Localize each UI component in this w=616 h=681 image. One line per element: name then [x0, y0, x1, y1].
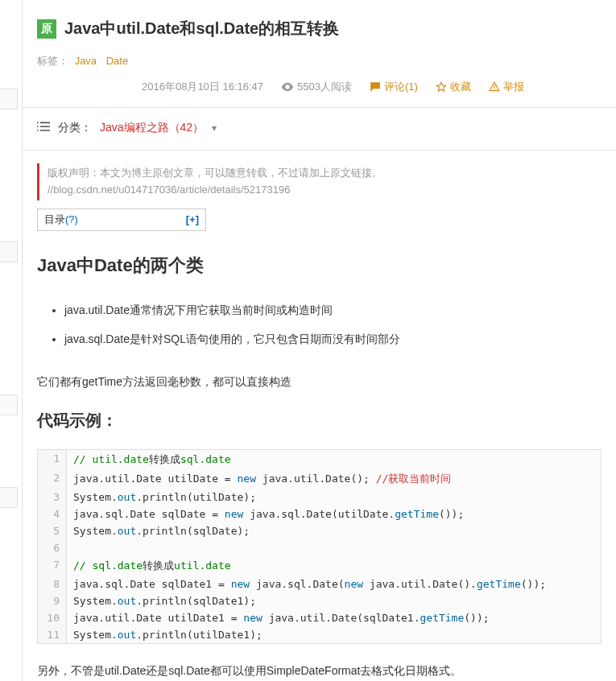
- publish-date: 2016年08月10日 16:16:47: [142, 80, 263, 94]
- tag-link-date[interactable]: Date: [106, 55, 128, 67]
- page-title: Java中util.Date和sql.Date的相互转换: [64, 18, 339, 39]
- toc-help[interactable]: (?): [65, 213, 78, 225]
- paragraph: 另外，不管是util.Date还是sql.Date都可以使用SimpleDate…: [37, 662, 602, 681]
- chevron-down-icon[interactable]: ▾: [212, 122, 217, 134]
- list-icon: [37, 122, 50, 135]
- left-sidebar-stubs: [0, 0, 23, 681]
- toc-expand-button[interactable]: [+]: [186, 213, 199, 225]
- tag-link-java[interactable]: Java: [75, 55, 97, 67]
- paragraph: 它们都有getTime方法返回毫秒数，都可以直接构造: [37, 373, 602, 392]
- list-item: java.util.Date通常情况下用它获取当前时间或构造时间: [64, 295, 602, 324]
- toc-box[interactable]: 目录(?) [+]: [37, 208, 206, 231]
- toc-label: 目录: [44, 213, 65, 225]
- copyright-notice: 版权声明：本文为博主原创文章，可以随意转载，不过请加上原文链接。 //blog.…: [37, 163, 602, 200]
- list-item: java.sql.Date是针对SQL语句使用的，它只包含日期而没有时间部分: [64, 324, 602, 353]
- comments-link[interactable]: 评论(1): [370, 80, 418, 94]
- category-row[interactable]: 分类： Java编程之路（42） ▾: [37, 121, 602, 135]
- category-value[interactable]: Java编程之路（42）: [100, 121, 204, 135]
- section-heading-classes: Java中Date的两个类: [37, 254, 602, 278]
- category-label: 分类：: [58, 121, 92, 135]
- section-heading-code: 代码示例：: [37, 410, 602, 431]
- bullet-list: java.util.Date通常情况下用它获取当前时间或构造时间 java.sq…: [64, 295, 602, 354]
- favorite-button[interactable]: 收藏: [436, 80, 471, 94]
- code-block: 1// util.date转换成sql.date 2java.util.Date…: [37, 449, 602, 644]
- divider: [23, 150, 616, 151]
- read-count: 5503人阅读: [281, 80, 352, 94]
- original-badge: 原: [37, 19, 56, 39]
- divider: [23, 107, 616, 108]
- tags-row: 标签： Java Date: [37, 54, 602, 68]
- report-button[interactable]: 举报: [489, 80, 524, 94]
